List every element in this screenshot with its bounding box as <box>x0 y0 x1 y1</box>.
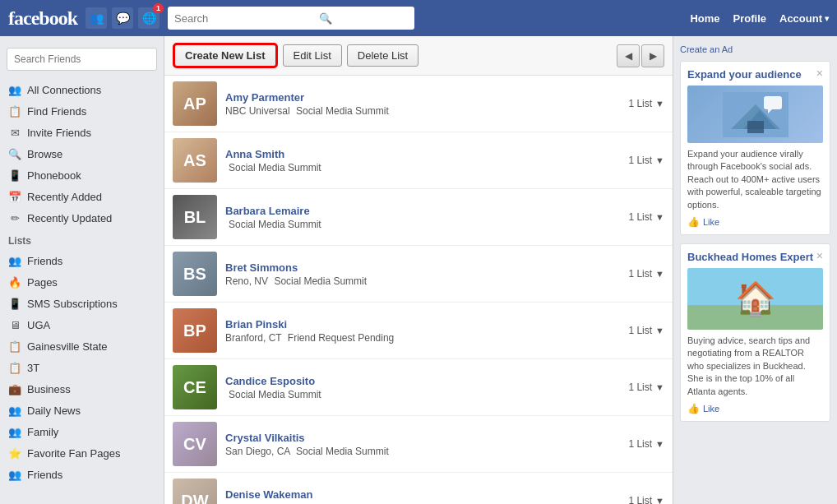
sidebar-item-recently-updated-label: Recently Updated <box>27 212 112 224</box>
friend-list-count[interactable]: 1 List ▼ <box>628 495 664 504</box>
sidebar-item-browse[interactable]: 🔍 Browse <box>0 143 164 164</box>
svg-rect-3 <box>747 121 764 133</box>
search-friends-input[interactable] <box>7 48 157 71</box>
sidebar-item-friends2[interactable]: 👥 Friends <box>0 464 164 485</box>
friend-list-count[interactable]: 1 List ▼ <box>628 155 664 166</box>
main-layout: 👥 All Connections 📋 Find Friends ✉ Invit… <box>0 36 837 504</box>
sidebar-item-business[interactable]: 💼 Business <box>0 378 164 400</box>
ad1-like-icon: 👍 <box>687 216 700 228</box>
sidebar-item-gainesville-state[interactable]: 📋 Gainesville State <box>0 335 164 357</box>
facebook-logo: facebook <box>8 7 77 30</box>
home-link[interactable]: Home <box>690 12 719 25</box>
ad2-close-icon[interactable]: × <box>816 249 823 262</box>
sidebar-item-pages[interactable]: 🔥 Pages <box>0 271 164 293</box>
friend-list-count[interactable]: 1 List ▼ <box>628 98 664 109</box>
profile-link[interactable]: Profile <box>733 12 766 25</box>
account-link[interactable]: Account ▾ <box>779 12 829 25</box>
friend-tag: Social Media Summit <box>229 219 321 230</box>
ad2-like-label: Like <box>703 404 719 414</box>
sidebar-item-all-connections[interactable]: 👥 All Connections <box>0 79 164 100</box>
svg-rect-4 <box>764 96 782 109</box>
messages-nav-icon[interactable]: 💬 <box>112 7 133 29</box>
notification-badge: 1 <box>153 3 164 13</box>
sidebar-item-recently-updated[interactable]: ✏ Recently Updated <box>0 207 164 229</box>
friend-row[interactable]: BP Brian Pinski Branford, CT Friend Requ… <box>164 303 673 359</box>
sidebar-item-business-label: Business <box>27 383 71 395</box>
notifications-nav-icon[interactable]: 🌐 1 <box>138 7 160 29</box>
friend-name[interactable]: Bret Simmons <box>225 261 620 274</box>
ad1-image <box>687 86 823 143</box>
sidebar-item-sms-subscriptions[interactable]: 📱 SMS Subscriptions <box>0 293 164 314</box>
ad2-title: Buckhead Homes Expert <box>687 251 823 263</box>
next-arrow-button[interactable]: ▶ <box>641 44 664 67</box>
friend-meta: San Diego, CA Social Media Summit <box>225 446 620 457</box>
friend-avatar: CV <box>173 422 217 466</box>
create-ad-link[interactable]: Create an Ad <box>680 44 830 54</box>
search-input[interactable] <box>168 7 414 30</box>
lists-section-title: Lists <box>0 229 164 250</box>
house-icon: 🏠 <box>735 280 776 318</box>
sidebar-item-favorite-fan-pages[interactable]: ⭐ Favorite Fan Pages <box>0 442 164 464</box>
account-caret-icon: ▾ <box>825 14 829 23</box>
create-new-list-button[interactable]: Create New List <box>173 43 278 68</box>
avatar-placeholder: CE <box>173 365 217 409</box>
search-icon[interactable]: 🔍 <box>319 12 332 25</box>
friend-name[interactable]: Barbara Lemaire <box>225 205 620 217</box>
ad1-like-button[interactable]: 👍 Like <box>687 216 823 228</box>
friend-row[interactable]: BS Bret Simmons Reno, NV Social Media Su… <box>164 246 673 303</box>
friend-list-count[interactable]: 1 List ▼ <box>628 211 664 223</box>
friend-avatar: BL <box>173 195 217 239</box>
sidebar-item-uga[interactable]: 🖥 UGA <box>0 314 164 335</box>
invite-friends-icon: ✉ <box>8 126 21 139</box>
friend-name[interactable]: Amy Parmenter <box>225 91 620 104</box>
search-friends-container <box>0 43 164 76</box>
friend-row[interactable]: BL Barbara Lemaire Social Media Summit 1… <box>164 189 673 246</box>
sidebar-item-find-friends-label: Find Friends <box>27 105 86 118</box>
friend-list-count[interactable]: 1 List ▼ <box>628 268 664 280</box>
friend-name[interactable]: Denise Wakeman <box>225 488 620 501</box>
friend-row[interactable]: CV Crystal Vilkaitis San Diego, CA Socia… <box>164 416 673 473</box>
friend-list-count[interactable]: 1 List ▼ <box>628 381 664 393</box>
prev-arrow-button[interactable]: ◀ <box>617 44 640 67</box>
sidebar-item-family-label: Family <box>27 426 58 438</box>
sidebar-item-daily-news[interactable]: 👥 Daily News <box>0 400 164 421</box>
ad1-close-icon[interactable]: × <box>816 67 823 80</box>
friends-nav-icon[interactable]: 👥 <box>86 7 107 29</box>
delete-list-button[interactable]: Delete List <box>347 44 418 67</box>
friends2-icon: 👥 <box>8 468 21 481</box>
sidebar-item-recently-added[interactable]: 📅 Recently Added <box>0 186 164 207</box>
ad2-image: 🏠 <box>687 268 823 330</box>
friend-meta: Reno, NV Social Media Summit <box>225 275 620 287</box>
friend-list-count[interactable]: 1 List ▼ <box>628 438 664 450</box>
sidebar-item-invite-friends[interactable]: ✉ Invite Friends <box>0 122 164 143</box>
avatar-placeholder: BL <box>173 195 217 239</box>
sidebar-item-3t[interactable]: 📋 3T <box>0 357 164 378</box>
edit-list-button[interactable]: Edit List <box>283 44 342 67</box>
friend-row[interactable]: AS Anna Smith Social Media Summit 1 List… <box>164 132 673 189</box>
sidebar-item-find-friends[interactable]: 📋 Find Friends <box>0 100 164 122</box>
friend-name[interactable]: Candice Esposito <box>225 375 620 387</box>
sidebar-item-family[interactable]: 👥 Family <box>0 421 164 442</box>
sidebar-item-friends[interactable]: 👥 Friends <box>0 250 164 271</box>
friend-name[interactable]: Crystal Vilkaitis <box>225 432 620 444</box>
list-count-arrow-icon: ▼ <box>655 212 664 222</box>
friend-name[interactable]: Brian Pinski <box>225 318 620 331</box>
friend-avatar: DW <box>173 479 217 504</box>
friend-name[interactable]: Anna Smith <box>225 148 620 160</box>
daily-news-icon: 👥 <box>8 404 21 417</box>
friend-row[interactable]: DW Denise Wakeman North Hollywood, CA So… <box>164 473 673 504</box>
friend-row[interactable]: AP Amy Parmenter NBC Universal Social Me… <box>164 76 673 132</box>
ad1-like-label: Like <box>703 217 719 227</box>
friend-row[interactable]: CE Candice Esposito Social Media Summit … <box>164 359 673 416</box>
friend-list-count[interactable]: 1 List ▼ <box>628 325 664 336</box>
sidebar-item-3t-label: 3T <box>27 362 39 374</box>
sidebar-item-sms-label: SMS Subscriptions <box>27 298 118 310</box>
friend-info: Anna Smith Social Media Summit <box>225 148 620 173</box>
nav-right-links: Home Profile Account ▾ <box>690 12 829 25</box>
sidebar-item-phonebook[interactable]: 📱 Phonebook <box>0 164 164 186</box>
friend-info: Denise Wakeman North Hollywood, CA Socia… <box>225 488 620 505</box>
friend-avatar: CE <box>173 365 217 409</box>
ad2-like-button[interactable]: 👍 Like <box>687 403 823 414</box>
ad-card-1: Expand your audience × Expand your audie… <box>680 61 830 235</box>
sidebar-item-friends2-label: Friends <box>27 469 62 481</box>
